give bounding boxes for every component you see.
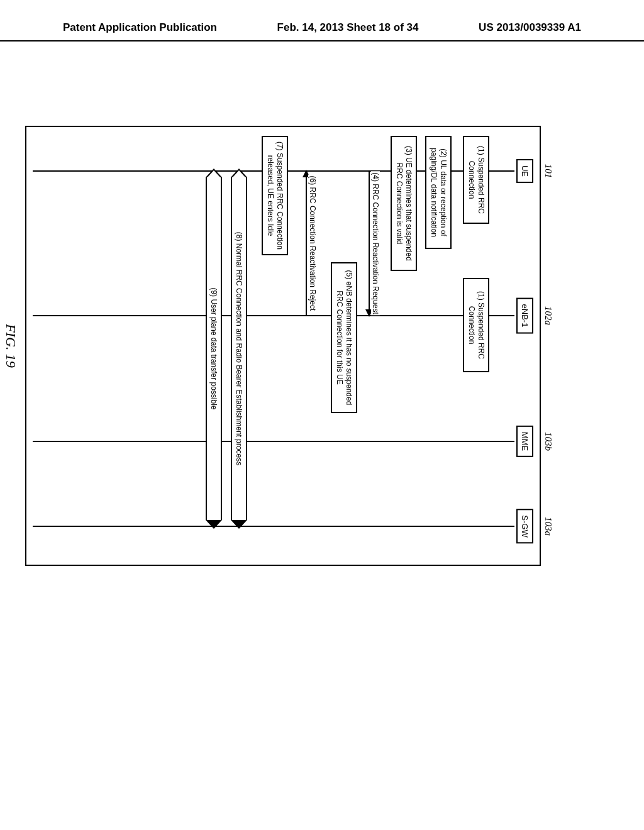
diagram-frame: 101 102a 103b 103a UE eNB-1 MME S-GW (1)…: [25, 126, 541, 566]
msg6-label: (6) RRC Connection Reactivation Reject: [308, 175, 317, 313]
step-1-ue: (1) Suspended RRC Connection: [463, 136, 489, 224]
step-7: (7) Suspended RRC Connection released, U…: [262, 136, 288, 255]
band-8: (8) Normal RRC Connection and Radio Bear…: [231, 177, 247, 520]
header-center: Feb. 14, 2013 Sheet 18 of 34: [277, 21, 419, 34]
step-5: (5) eNB determines it has no suspended R…: [331, 262, 357, 413]
lifeline-mme: [33, 441, 514, 442]
step-2: (2) UL data or reception of paging/DL da…: [425, 136, 452, 249]
actor-box-sgw: S-GW: [516, 509, 533, 543]
band-8-label: (8) Normal RRC Connection and Radio Bear…: [235, 232, 243, 466]
msg4-label: (4) RRC Connection Reactivation Request: [371, 171, 380, 315]
page-header: Patent Application Publication Feb. 14, …: [0, 21, 644, 42]
header-right: US 2013/0039339 A1: [479, 21, 581, 34]
band-9: (9) User plane data transfer possible: [206, 177, 222, 520]
actor-id-mme: 103b: [543, 432, 553, 451]
page: Patent Application Publication Feb. 14, …: [0, 0, 644, 830]
step-3: (3) UE determines that suspended RRC Con…: [391, 136, 417, 271]
lifeline-sgw: [33, 526, 514, 527]
actor-id-sgw: 103a: [543, 517, 553, 536]
band-9-label: (9) User plane data transfer possible: [209, 287, 218, 409]
actor-box-enb: eNB-1: [516, 298, 533, 334]
actor-box-ue: UE: [516, 159, 533, 183]
header-left: Patent Application Publication: [63, 21, 217, 34]
actor-id-enb: 102a: [543, 306, 553, 325]
lifeline-enb: [33, 315, 514, 316]
figure-caption: FIG. 19: [3, 324, 19, 368]
actor-box-mme: MME: [516, 426, 533, 457]
msg6-line: [306, 177, 307, 316]
sequence-diagram: 101 102a 103b 103a UE eNB-1 MME S-GW (1)…: [25, 126, 541, 566]
msg4-line: [369, 171, 370, 309]
step-1-enb: (1) Suspended RRC Connection: [463, 278, 489, 372]
actor-id-ue: 101: [543, 164, 553, 179]
